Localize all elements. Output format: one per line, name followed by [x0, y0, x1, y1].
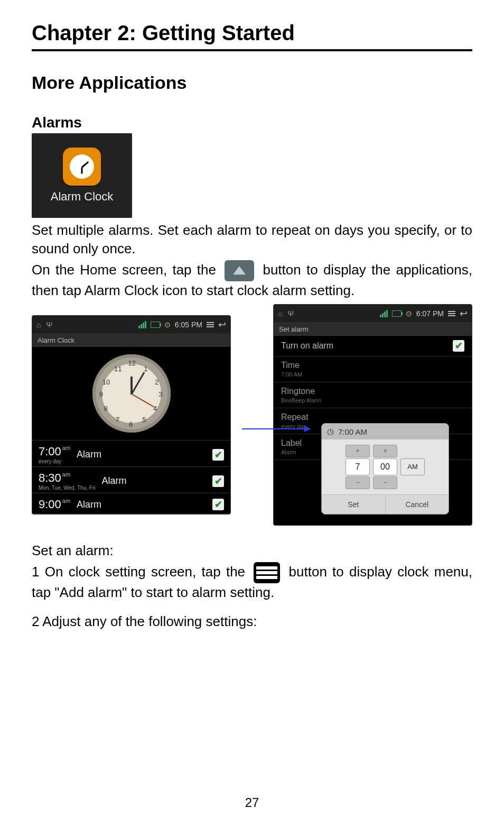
dialog-title-text: 7:00 AM: [338, 427, 367, 436]
battery-icon: [392, 310, 402, 317]
clock-num-5: 5: [142, 416, 146, 424]
arrow-head-icon: [304, 426, 311, 432]
alarm-repeat: every day: [39, 458, 70, 464]
row-label: Repeat: [281, 412, 464, 422]
status-bar: ⌂ Ψ ⊙ 6:07 PM ↩: [274, 305, 472, 323]
clock-num-1: 1: [144, 365, 147, 373]
menu-icon: [448, 311, 455, 316]
clock-num-9: 9: [99, 390, 103, 398]
alarm-toggle-checkbox[interactable]: ✔: [212, 475, 224, 487]
para-intro: Set multiple alarms. Set each alarm to r…: [32, 221, 472, 258]
row-label: Ringtone: [281, 387, 464, 396]
row-time[interactable]: Time 7:00 AM: [274, 356, 472, 382]
time-picker-dialog: ◷ 7:00 AM + 7 − + 00 − AM: [321, 423, 449, 515]
cancel-button[interactable]: Cancel: [386, 495, 449, 514]
turn-on-checkbox[interactable]: ✔: [453, 340, 464, 352]
alarm-label: Alarm: [101, 475, 206, 487]
alarm-repeat: Mon, Tue, Wed, Thu, Fri: [39, 485, 95, 491]
menu-button-icon: [254, 562, 280, 583]
row-value: BeeBeep Alarm: [281, 397, 464, 403]
clock-small-icon: ◷: [327, 427, 334, 436]
alarm-toggle-checkbox[interactable]: ✔: [212, 449, 224, 461]
row-label: Turn on alarm: [281, 341, 453, 351]
back-icon: ↩: [218, 319, 226, 331]
status-time: 6:07 PM: [416, 309, 444, 318]
set-alarm-heading: Set an alarm:: [32, 542, 472, 560]
clock-num-11: 11: [114, 365, 122, 373]
arrow-line: [242, 428, 305, 429]
chapter-title: Chapter 2: Getting Started: [32, 21, 472, 45]
alarm-row[interactable]: 7:00am every day Alarm ✔: [32, 440, 230, 467]
status-bar: ⌂ Ψ ⊙ 6:05 PM ↩: [32, 316, 230, 334]
dialog-title: ◷ 7:00 AM: [322, 424, 449, 439]
alarm-time: 7:00: [39, 445, 61, 458]
home-icon: ⌂: [36, 320, 41, 329]
clock-num-2: 2: [155, 378, 158, 386]
row-value: 7:00 AM: [281, 371, 464, 378]
alarm-time: 9:00: [39, 498, 61, 511]
usb-icon: Ψ: [46, 320, 52, 329]
alarm-time: 8:30: [39, 471, 61, 484]
set-button[interactable]: Set: [322, 495, 386, 514]
status-time: 6:05 PM: [175, 320, 202, 329]
screenshot-alarm-list: ⌂ Ψ ⊙ 6:05 PM ↩ Alarm Clock 12 1 2: [32, 315, 231, 515]
step-1a: 1 On clock setting screen, tap the: [32, 564, 250, 580]
step-2: 2 Adjust any of the following settings:: [32, 612, 472, 631]
clock-num-10: 10: [102, 378, 110, 386]
divider: [32, 49, 472, 51]
hour-value[interactable]: 7: [346, 458, 370, 475]
analog-clock: 12 1 2 3 4 5 6 7 8 9 10 11: [32, 347, 230, 440]
usb-icon: Ψ: [287, 309, 294, 318]
step-1: 1 On clock setting screen, tap the butto…: [32, 562, 472, 602]
screenshot-row: ⌂ Ψ ⊙ 6:05 PM ↩ Alarm Clock 12 1 2: [32, 304, 472, 526]
alarm-list: 7:00am every day Alarm ✔ 8:30am Mon, Tue…: [32, 440, 230, 514]
clock-num-8: 8: [104, 405, 108, 412]
row-label: Time: [281, 361, 464, 370]
page-number: 27: [0, 795, 504, 810]
alarm-row[interactable]: 8:30am Mon, Tue, Wed, Thu, Fri Alarm ✔: [32, 467, 230, 493]
clock-num-3: 3: [158, 390, 162, 398]
screenshot-set-alarm: ⌂ Ψ ⊙ 6:07 PM ↩ Set alarm Turn on alarm …: [273, 304, 472, 526]
alarm-toggle-checkbox[interactable]: ✔: [212, 499, 224, 510]
signal-icon: [380, 310, 388, 317]
battery-icon: [151, 322, 160, 328]
back-icon: ↩: [460, 308, 468, 319]
clock-icon: [63, 148, 101, 186]
alarm-status-icon: ⊙: [406, 309, 412, 318]
hour-up-button[interactable]: +: [346, 445, 370, 457]
alarm-status-icon: ⊙: [164, 320, 171, 329]
minute-value[interactable]: 00: [373, 458, 397, 475]
clock-num-7: 7: [116, 416, 119, 424]
para-open-app: On the Home screen, tap the button to di…: [32, 260, 472, 300]
section-title: More Applications: [32, 72, 472, 93]
ampm-toggle[interactable]: AM: [400, 458, 425, 475]
alarm-row[interactable]: 9:00am Alarm ✔: [32, 493, 230, 514]
row-turn-on-alarm[interactable]: Turn on alarm ✔: [274, 336, 472, 356]
minute-down-button[interactable]: −: [373, 476, 397, 489]
apps-button-icon: [225, 260, 254, 281]
subsection-alarms-title: Alarms: [32, 114, 472, 131]
minute-up-button[interactable]: +: [373, 445, 397, 457]
titlebar: Set alarm: [274, 323, 472, 336]
signal-icon: [138, 321, 146, 328]
alarm-ampm: am: [62, 445, 70, 451]
alarm-clock-app-icon: Alarm Clock: [32, 133, 132, 218]
clock-num-12: 12: [128, 359, 136, 367]
row-ringtone[interactable]: Ringtone BeeBeep Alarm: [274, 382, 472, 408]
clock-num-6: 6: [129, 420, 133, 428]
para-open-a: On the Home screen, tap the: [32, 262, 221, 278]
home-icon: ⌂: [278, 309, 282, 318]
hour-down-button[interactable]: −: [346, 476, 370, 489]
alarm-label: Alarm: [77, 499, 206, 510]
alarm-label: Alarm: [77, 449, 206, 460]
menu-icon: [207, 322, 214, 327]
titlebar: Alarm Clock: [32, 334, 230, 347]
app-icon-label: Alarm Clock: [51, 190, 114, 204]
minute-spinner[interactable]: + 00 −: [373, 445, 397, 489]
alarm-ampm: am: [62, 498, 70, 504]
alarm-ampm: am: [62, 471, 70, 478]
hour-spinner[interactable]: + 7 −: [346, 445, 370, 489]
